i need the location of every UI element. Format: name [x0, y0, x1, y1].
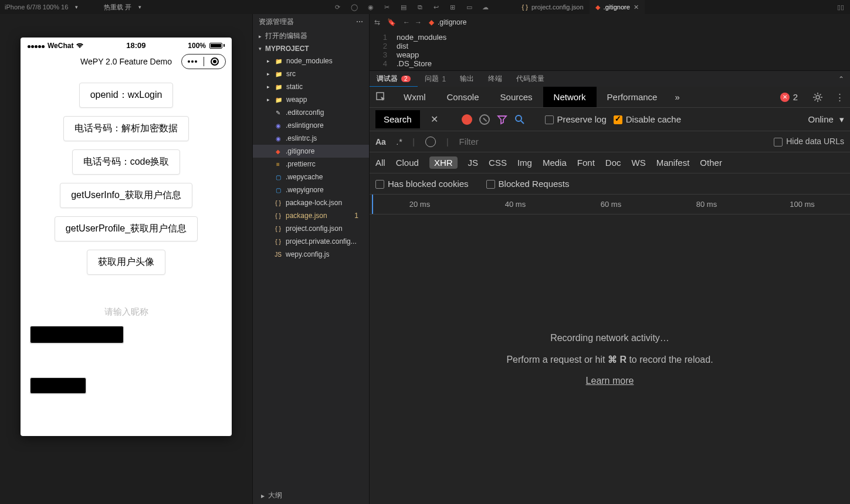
refresh-icon[interactable]: ⟳: [333, 2, 343, 12]
open-editors-section[interactable]: ▸ 打开的编辑器: [253, 29, 369, 43]
type-filter-doc[interactable]: Doc: [605, 158, 621, 168]
type-filter-manifest[interactable]: Manifest: [656, 158, 690, 168]
filter-input[interactable]: [459, 137, 764, 147]
blocked-cookies-toggle[interactable]: Has blocked cookies: [375, 179, 469, 189]
type-filter-media[interactable]: Media: [543, 158, 567, 168]
cloud-icon[interactable]: ☁: [481, 2, 490, 12]
tree-item--eslintignore[interactable]: ◉.eslintignore: [253, 119, 369, 132]
close-icon[interactable]: ✕: [634, 4, 639, 11]
tree-item-package-lock-json[interactable]: { }package-lock.json: [253, 196, 369, 209]
clear-icon[interactable]: [479, 114, 490, 125]
capsule-menu[interactable]: [181, 54, 226, 69]
nav-forward-icon[interactable]: →: [415, 18, 422, 26]
panel-tab-output[interactable]: 输出: [453, 71, 481, 87]
project-section[interactable]: ▾ MYPROJECT: [253, 43, 369, 55]
demo-button-getuserinfo[interactable]: getUserInfo_获取用户信息: [60, 183, 192, 208]
compare-icon[interactable]: ⇆: [374, 18, 380, 26]
tree-item--wepyignore[interactable]: ▢.wepyignore: [253, 183, 369, 196]
outline-section[interactable]: ▸ 大纲: [253, 487, 369, 504]
tree-item--wepycache[interactable]: ▢.wepycache: [253, 171, 369, 183]
settings-icon[interactable]: [806, 91, 829, 103]
type-filter-img[interactable]: Img: [517, 158, 532, 168]
panel-tab-problems[interactable]: 问题 1: [418, 71, 453, 87]
tree-item--editorconfig[interactable]: ✎.editorconfig: [253, 106, 369, 119]
cut-icon[interactable]: ✂: [382, 2, 392, 12]
chevron-up-icon[interactable]: ⌃: [832, 75, 850, 83]
more-icon[interactable]: ⋯: [356, 18, 363, 26]
dropdown-icon[interactable]: ▾: [75, 4, 78, 10]
tree-item-src[interactable]: ▸📁src: [253, 67, 369, 80]
more-tabs-icon[interactable]: »: [668, 92, 686, 102]
demo-button-phone-code[interactable]: 电话号码：code换取: [72, 149, 181, 175]
disable-cache-toggle[interactable]: Disable cache: [614, 114, 681, 125]
error-indicator[interactable]: ✕ 2: [780, 92, 798, 102]
tree-item-package-json[interactable]: { }package.json1: [253, 209, 369, 222]
devtools-tab-console[interactable]: Console: [436, 87, 490, 107]
tree-item-node-modules[interactable]: ▸📁node_modules: [253, 55, 369, 67]
type-filter-css[interactable]: CSS: [489, 158, 507, 168]
tree-item--eslintrc-js[interactable]: ◉.eslintrc.js: [253, 132, 369, 145]
type-filter-xhr[interactable]: XHR: [429, 156, 458, 169]
editor-tab-gitignore[interactable]: ◆ .gitignore ✕: [590, 0, 645, 14]
nickname-input-box[interactable]: [30, 326, 124, 343]
devtools-tab-wxml[interactable]: Wxml: [393, 87, 436, 107]
grid-icon[interactable]: ⊞: [448, 2, 458, 12]
dropdown-icon[interactable]: ▾: [138, 4, 141, 10]
blocked-requests-toggle[interactable]: Blocked Requests: [486, 179, 570, 189]
tree-item--prettierrc[interactable]: ≡.prettierrc: [253, 158, 369, 171]
tree-item-project-private-config-[interactable]: { }project.private.config...: [253, 235, 369, 248]
split-icon[interactable]: ▯▯: [836, 2, 845, 12]
tree-item-wepy-config-js[interactable]: JSwepy.config.js: [253, 248, 369, 261]
demo-button-openid[interactable]: openid：wxLogin: [79, 83, 174, 108]
tree-item-weapp[interactable]: ▸📁weapp: [253, 93, 369, 106]
bookmark-icon[interactable]: 🔖: [387, 18, 396, 26]
learn-more-link[interactable]: Learn more: [586, 376, 634, 386]
hint-label: Perform a request or hit ⌘ R to record t…: [506, 354, 713, 365]
regex-icon[interactable]: .*: [397, 137, 402, 147]
hide-data-urls-toggle[interactable]: Hide data URLs: [774, 137, 844, 147]
breadcrumb-file[interactable]: ◆ .gitignore: [429, 18, 466, 26]
tree-item-project-config-json[interactable]: { }project.config.json: [253, 222, 369, 235]
type-filter-cloud[interactable]: Cloud: [396, 158, 419, 168]
preserve-log-toggle[interactable]: Preserve log: [545, 114, 607, 125]
type-filter-other[interactable]: Other: [700, 158, 722, 168]
nickname-placeholder[interactable]: 请输入昵称: [104, 307, 148, 318]
kebab-icon[interactable]: ⋮: [829, 92, 850, 103]
network-timeline[interactable]: 20 ms40 ms60 ms80 ms100 ms: [370, 195, 850, 214]
refresh-icon[interactable]: [425, 137, 436, 147]
record-icon[interactable]: [462, 114, 472, 125]
filter-icon[interactable]: [497, 114, 507, 125]
throttle-select[interactable]: Online ▾: [808, 114, 844, 125]
eye-icon[interactable]: ◉: [366, 2, 375, 12]
devtools-tab-sources[interactable]: Sources: [490, 87, 543, 107]
type-filter-ws[interactable]: WS: [631, 158, 645, 168]
demo-button-avatar[interactable]: 获取用户头像: [87, 250, 165, 275]
capsule-more-icon[interactable]: [182, 60, 204, 63]
nav-back-icon[interactable]: ←: [403, 18, 410, 26]
demo-button-getuserprofile[interactable]: getUserProfile_获取用户信息: [55, 216, 198, 241]
demo-button-phone-decrypt[interactable]: 电话号码：解析加密数据: [63, 116, 189, 141]
layout-icon[interactable]: ▤: [399, 2, 408, 12]
editor-tab-project-config[interactable]: { } project.config.json: [516, 0, 590, 14]
panel-tab-code-quality[interactable]: 代码质量: [509, 71, 551, 87]
secondary-box[interactable]: [30, 377, 86, 394]
tree-item--gitignore[interactable]: ◆.gitignore: [253, 145, 369, 158]
code-editor[interactable]: 1node_modules2dist3weapp4.DS_Store: [370, 30, 850, 70]
type-filter-js[interactable]: JS: [468, 158, 479, 168]
devtools-tab-network[interactable]: Network: [543, 87, 597, 107]
match-case-icon[interactable]: Aa: [375, 137, 386, 147]
tree-item-static[interactable]: ▸📁static: [253, 80, 369, 93]
circle-icon[interactable]: ◯: [350, 2, 359, 12]
search-icon[interactable]: [514, 114, 525, 125]
type-filter-all[interactable]: All: [375, 158, 385, 168]
capsule-close-icon[interactable]: [204, 57, 226, 66]
type-filter-font[interactable]: Font: [577, 158, 595, 168]
panel-tab-terminal[interactable]: 终端: [481, 71, 509, 87]
back-icon[interactable]: ↩: [432, 2, 441, 12]
panel-icon[interactable]: ▭: [465, 2, 474, 12]
panel-tab-debugger[interactable]: 调试器 2: [370, 71, 418, 87]
copy-icon[interactable]: ⧉: [415, 2, 425, 12]
devtools-tab-performance[interactable]: Performance: [597, 87, 668, 107]
close-icon[interactable]: ✕: [427, 114, 442, 125]
inspect-icon[interactable]: [370, 92, 393, 103]
